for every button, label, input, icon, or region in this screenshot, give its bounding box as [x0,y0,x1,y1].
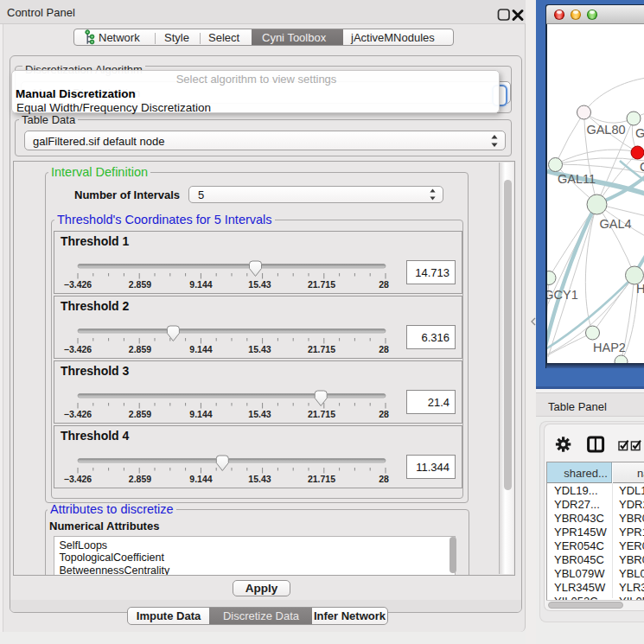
svg-text:28: 28 [379,474,389,484]
svg-text:HAP2: HAP2 [593,340,626,354]
svg-text:2.859: 2.859 [129,474,151,484]
svg-text:9.144: 9.144 [189,409,212,419]
svg-text:Threshold 4: Threshold 4 [61,429,130,443]
svg-text:−3.426: −3.426 [64,279,92,290]
svg-text:15.43: 15.43 [248,474,271,484]
svg-text:9.144: 9.144 [189,474,212,484]
svg-text:21.715: 21.715 [308,409,335,419]
svg-text:Threshold 1: Threshold 1 [61,234,130,248]
svg-text:6.316: 6.316 [421,331,450,344]
svg-text:GCY1: GCY1 [547,287,578,301]
svg-text:2.859: 2.859 [129,279,151,290]
svg-text:21.715: 21.715 [308,279,335,290]
svg-text:−3.426: −3.426 [64,344,92,354]
svg-text:C: C [640,159,644,173]
svg-text:GAL4: GAL4 [599,217,631,231]
svg-text:28: 28 [379,279,389,290]
svg-text:H: H [636,282,644,296]
svg-text:11.344: 11.344 [416,461,450,474]
svg-text:Threshold 3: Threshold 3 [61,364,130,378]
svg-text:9.144: 9.144 [189,344,212,354]
svg-text:9.144: 9.144 [189,279,212,290]
svg-text:Threshold 2: Threshold 2 [61,299,130,313]
svg-text:28: 28 [379,344,389,354]
svg-text:21.4: 21.4 [428,396,450,409]
svg-text:15.43: 15.43 [248,344,271,354]
svg-text:−3.426: −3.426 [64,474,92,484]
svg-text:2.859: 2.859 [129,409,151,419]
svg-text:14.713: 14.713 [415,266,450,279]
svg-text:GA: GA [635,125,644,139]
svg-text:21.715: 21.715 [308,344,335,354]
svg-text:15.43: 15.43 [248,279,271,290]
svg-text:GAL80: GAL80 [586,123,625,137]
svg-text:28: 28 [379,409,389,419]
svg-text:GAL11: GAL11 [558,172,596,186]
svg-text:21.715: 21.715 [308,474,335,484]
svg-text:15.43: 15.43 [248,409,271,419]
svg-text:2.859: 2.859 [129,344,151,354]
svg-text:−3.426: −3.426 [64,409,92,419]
